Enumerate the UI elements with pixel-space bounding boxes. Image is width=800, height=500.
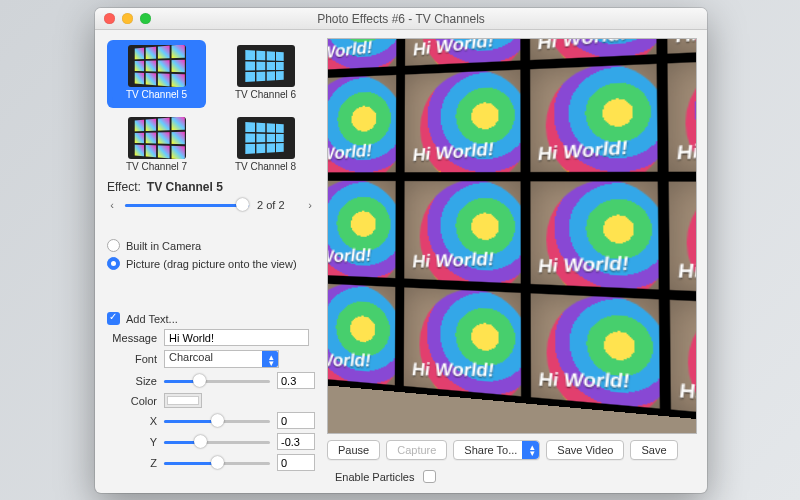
- effect-prev-button[interactable]: ‹: [107, 199, 117, 211]
- radio-icon: [107, 257, 120, 270]
- size-value[interactable]: [277, 372, 315, 389]
- thumb-tv8[interactable]: TV Channel 8: [216, 112, 315, 174]
- thumb-tv5[interactable]: TV Channel 5: [107, 40, 206, 108]
- chevron-updown-icon: ▴▾: [530, 444, 535, 456]
- effect-name: TV Channel 5: [147, 180, 223, 194]
- effect-next-button[interactable]: ›: [305, 199, 315, 211]
- enable-particles-checkbox[interactable]: [423, 470, 436, 483]
- color-well[interactable]: [164, 393, 202, 408]
- effect-label: Effect:: [107, 180, 141, 194]
- preview-view[interactable]: Hi World! Hi World! Hi World! Hi World! …: [327, 38, 697, 434]
- enable-particles-label: Enable Particles: [335, 471, 415, 483]
- size-slider[interactable]: [164, 373, 270, 389]
- checkbox-icon: [107, 312, 120, 325]
- y-value[interactable]: [277, 433, 315, 450]
- titlebar: Photo Effects #6 - TV Channels: [95, 8, 707, 30]
- zoom-icon[interactable]: [140, 13, 151, 24]
- thumb-tv6[interactable]: TV Channel 6: [216, 40, 315, 108]
- effect-thumbnails: TV Channel 5 TV Channel 6 TV Channel 7 T…: [107, 40, 315, 174]
- font-select[interactable]: Charcoal▴▾: [164, 350, 279, 368]
- save-button[interactable]: Save: [630, 440, 677, 460]
- app-window: Photo Effects #6 - TV Channels TV Channe…: [95, 8, 707, 493]
- minimize-icon[interactable]: [122, 13, 133, 24]
- message-input[interactable]: [164, 329, 309, 346]
- pause-button[interactable]: Pause: [327, 440, 380, 460]
- close-icon[interactable]: [104, 13, 115, 24]
- y-slider[interactable]: [164, 434, 270, 450]
- radio-icon: [107, 239, 120, 252]
- radio-builtin-camera[interactable]: Built in Camera: [107, 239, 315, 252]
- z-slider[interactable]: [164, 455, 270, 471]
- z-value[interactable]: [277, 454, 315, 471]
- radio-picture[interactable]: Picture (drag picture onto the view): [107, 257, 315, 270]
- window-title: Photo Effects #6 - TV Channels: [95, 8, 707, 30]
- source-radio-group: Built in Camera Picture (drag picture on…: [107, 239, 315, 270]
- share-to-select[interactable]: Share To...▴▾: [453, 440, 540, 460]
- x-slider[interactable]: [164, 413, 270, 429]
- addtext-checkbox[interactable]: Add Text...: [107, 312, 315, 325]
- capture-button[interactable]: Capture: [386, 440, 447, 460]
- effect-page-indicator: 2 of 2: [257, 199, 297, 211]
- thumb-tv7[interactable]: TV Channel 7: [107, 112, 206, 174]
- x-value[interactable]: [277, 412, 315, 429]
- effect-slider[interactable]: [125, 197, 249, 213]
- save-video-button[interactable]: Save Video: [546, 440, 624, 460]
- chevron-updown-icon: ▴▾: [269, 354, 274, 366]
